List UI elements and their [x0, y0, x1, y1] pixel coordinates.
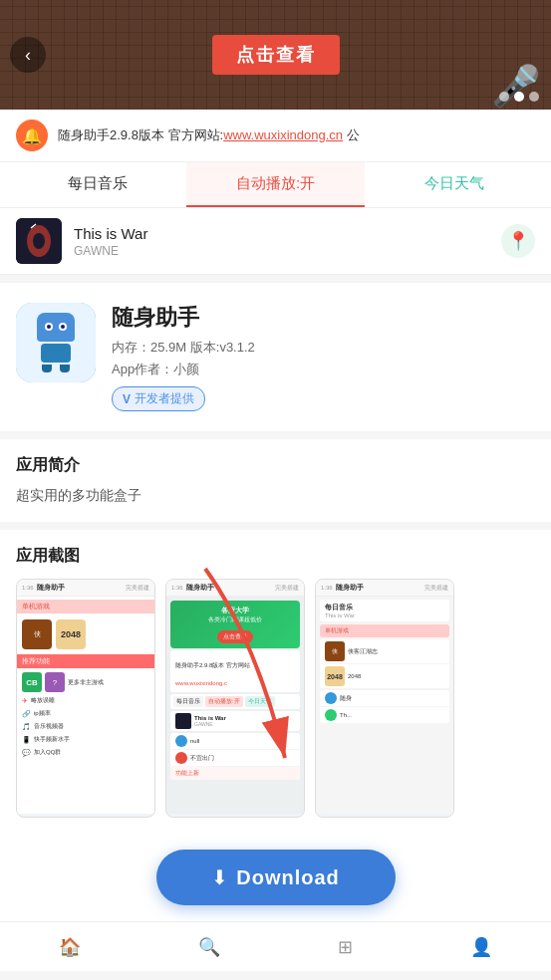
app-details: 随身助手 内存：25.9M 版本:v3.1.2 App作者：小颜 V 开发者提供 — [112, 303, 535, 411]
screenshot-2: 1:36 随身助手 完美搭建 各所大学 各类冷门网课超低价 点击查看 — [165, 579, 305, 818]
page-root: ‹ 点击查看 🎤 🔔 随身助手2.9.8版本 官方网站:www.wuxixind… — [0, 0, 551, 971]
app-name: 随身助手 — [112, 303, 535, 333]
notification-text: 随身助手2.9.8版本 官方网站:www.wuxixindong.cn 公 — [58, 126, 535, 144]
tab-row: 每日音乐 自动播放:开 今日天气 — [0, 162, 551, 208]
description-text: 超实用的多功能盒子 — [16, 484, 535, 506]
screenshot-3: 1:36 随身助手 完美搭建 每日音乐 This is War 单机游戏 — [315, 579, 454, 818]
back-button[interactable]: ‹ — [10, 37, 46, 73]
app-meta: 内存：25.9M 版本:v3.1.2 — [112, 339, 535, 357]
robot-mascot — [30, 313, 82, 372]
music-info: This is War GAWNE — [74, 225, 147, 258]
music-row: This is War GAWNE 📍 — [0, 208, 551, 275]
robot-foot-left — [42, 365, 52, 372]
notification-bar: 🔔 随身助手2.9.8版本 官方网站:www.wuxixindong.cn 公 — [0, 110, 551, 162]
app-info-section: 随身助手 内存：25.9M 版本:v3.1.2 App作者：小颜 V 开发者提供 — [0, 283, 551, 431]
robot-feet — [42, 365, 70, 372]
dot-3 — [529, 92, 539, 102]
screenshots-row: 1:36 随身助手 完美搭建 单机游戏 侠 2048 推荐功能 — [16, 579, 551, 818]
tab-autoplay[interactable]: 自动播放:开 — [186, 162, 365, 207]
svg-point-2 — [33, 233, 45, 249]
screenshots-wrapper: 1:36 随身助手 完美搭建 单机游戏 侠 2048 推荐功能 — [16, 579, 551, 818]
description-section: 应用简介 超实用的多功能盒子 — [0, 439, 551, 522]
nav-search[interactable]: 🔍 — [198, 936, 220, 958]
notif-link[interactable]: www.wuxixindong.cn — [223, 127, 343, 142]
location-pin[interactable]: 📍 — [501, 224, 535, 258]
robot-eye-right — [59, 323, 67, 331]
search-icon: 🔍 — [198, 936, 220, 958]
developer-badge: V 开发者提供 — [112, 386, 205, 411]
nav-home[interactable]: 🏠 — [59, 936, 81, 958]
download-label: Download — [236, 866, 340, 889]
banner-cta-text[interactable]: 点击查看 — [212, 35, 340, 75]
download-icon: ⬇ — [211, 865, 228, 889]
nav-apps[interactable]: ⊞ — [338, 936, 353, 958]
app-icon — [16, 303, 96, 382]
banner-dots — [499, 92, 539, 102]
bell-icon: 🔔 — [16, 120, 48, 151]
nav-profile[interactable]: 👤 — [470, 936, 492, 958]
app-author: App作者：小颜 — [112, 361, 535, 378]
download-button[interactable]: ⬇ Download — [156, 850, 396, 905]
tab-weather[interactable]: 今日天气 — [365, 162, 543, 207]
home-icon: 🏠 — [59, 936, 81, 958]
screenshots-title: 应用截图 — [16, 546, 551, 567]
apps-icon: ⊞ — [338, 936, 353, 958]
dot-2 — [514, 92, 524, 102]
profile-icon: 👤 — [470, 936, 492, 958]
music-title: This is War — [74, 225, 147, 242]
music-subtitle: GAWNE — [74, 244, 147, 258]
robot-foot-right — [60, 365, 70, 372]
dot-1 — [499, 92, 509, 102]
music-thumbnail — [16, 218, 62, 264]
top-banner[interactable]: ‹ 点击查看 🎤 — [0, 0, 551, 110]
robot-torso — [41, 344, 71, 363]
download-section: ⬇ Download — [0, 834, 551, 921]
v-icon: V — [123, 392, 131, 406]
tab-music[interactable]: 每日音乐 — [8, 162, 186, 207]
robot-eye-left — [45, 323, 53, 331]
description-title: 应用简介 — [16, 455, 535, 476]
screenshots-section: 应用截图 1:36 随身助手 完美搭建 单机游戏 侠 — [0, 530, 551, 834]
screenshot-1: 1:36 随身助手 完美搭建 单机游戏 侠 2048 推荐功能 — [16, 579, 155, 818]
bottom-nav: 🏠 🔍 ⊞ 👤 — [0, 921, 551, 971]
mic-icon: 🎤 — [491, 63, 541, 110]
